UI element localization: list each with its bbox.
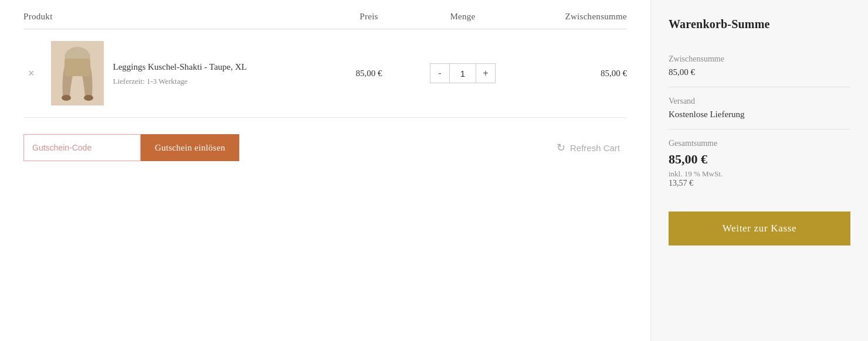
summary-title: Warenkorb-Summe <box>669 18 850 31</box>
product-image <box>51 41 104 105</box>
table-row: × <box>23 29 627 118</box>
summary-shipping-label: Versand <box>669 97 850 106</box>
remove-item-button[interactable]: × <box>23 66 39 81</box>
product-info: Leggings Kuschel-Shakti - Taupe, XL Lief… <box>113 61 247 86</box>
summary-tax-value: 13,57 € <box>669 179 850 188</box>
header-product: Produkt <box>23 12 322 22</box>
svg-point-4 <box>84 95 93 101</box>
qty-increase-button[interactable]: + <box>476 63 496 83</box>
refresh-icon: ↻ <box>557 141 565 154</box>
product-cell: × <box>23 41 322 105</box>
header-price: Preis <box>322 12 416 22</box>
summary-shipping-row: Versand Kostenlose Lieferung <box>669 87 850 129</box>
summary-total-value: 85,00 € <box>669 152 850 167</box>
quantity-cell: - + <box>416 63 510 83</box>
header-subtotal: Zwischensumme <box>510 12 627 22</box>
summary-total-row: Gesamtsumme 85,00 € inkl. 19 % MwSt. 13,… <box>669 129 850 197</box>
coupon-input[interactable] <box>23 134 141 161</box>
product-delivery: Lieferzeit: 1-3 Werktage <box>113 77 247 86</box>
svg-rect-2 <box>65 59 90 76</box>
summary-subtotal-value: 85,00 € <box>669 67 850 77</box>
summary-subtotal-label: Zwischensumme <box>669 54 850 64</box>
summary-shipping-value: Kostenlose Lieferung <box>669 110 850 120</box>
coupon-row: Gutschein einlösen ↻ Refresh Cart <box>23 118 627 178</box>
qty-input[interactable] <box>450 63 476 83</box>
qty-decrease-button[interactable]: - <box>430 63 450 83</box>
summary-tax-label: inkl. 19 % MwSt. <box>669 169 850 179</box>
cart-table-header: Produkt Preis Menge Zwischensumme <box>23 12 627 29</box>
checkout-button[interactable]: Weiter zur Kasse <box>669 212 850 245</box>
summary-tax-label-text: inkl. 19 % MwSt. <box>669 169 723 178</box>
header-qty: Menge <box>416 12 510 22</box>
svg-point-3 <box>62 95 71 101</box>
summary-subtotal-row: Zwischensumme 85,00 € <box>669 45 850 87</box>
coupon-submit-button[interactable]: Gutschein einlösen <box>141 134 239 161</box>
cart-summary-panel: Warenkorb-Summe Zwischensumme 85,00 € Ve… <box>651 0 868 341</box>
refresh-cart-button[interactable]: ↻ Refresh Cart <box>550 137 627 159</box>
summary-total-label: Gesamtsumme <box>669 139 850 148</box>
refresh-label: Refresh Cart <box>570 143 620 153</box>
product-price: 85,00 € <box>322 69 416 79</box>
product-subtotal: 85,00 € <box>510 69 627 79</box>
product-name: Leggings Kuschel-Shakti - Taupe, XL <box>113 61 247 73</box>
